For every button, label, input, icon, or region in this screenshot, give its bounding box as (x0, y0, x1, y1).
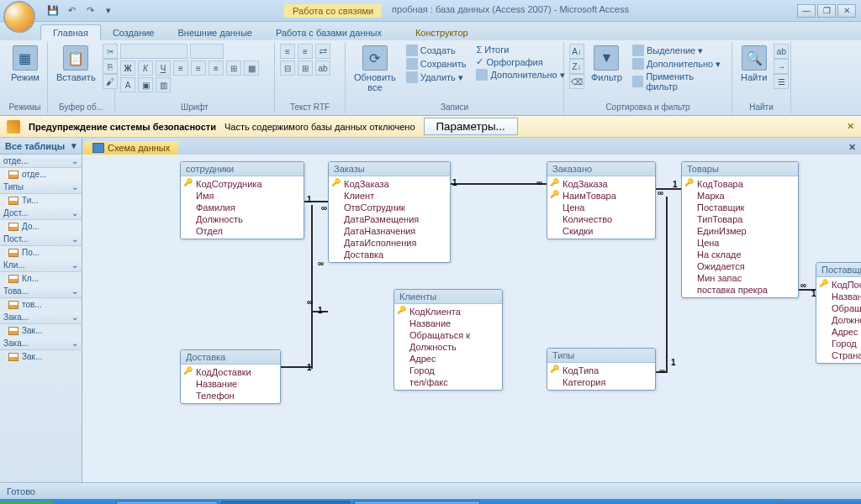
security-options-button[interactable]: Параметры... (424, 118, 518, 135)
replace-icon[interactable]: ab (774, 44, 789, 59)
table-field[interactable]: поставка прекра (682, 284, 798, 296)
rtf-btn3[interactable]: ⮂ (315, 44, 330, 59)
table-field[interactable]: Обращаться к (816, 302, 861, 314)
minimize-button[interactable]: — (797, 4, 816, 18)
table-field[interactable]: Клиент (329, 190, 450, 202)
gridlines-icon[interactable]: ⊞ (226, 60, 241, 76)
table-field[interactable]: Город (394, 365, 502, 376)
rtf-btn4[interactable]: ⊟ (280, 60, 295, 76)
table-field[interactable]: На складе (682, 249, 798, 260)
find-button[interactable]: 🔍Найти (737, 44, 770, 84)
qat-dropdown-icon[interactable]: ▾ (101, 3, 116, 18)
sort-desc-icon[interactable]: Z↓ (569, 59, 584, 74)
rtf-btn1[interactable]: ≡ (280, 44, 295, 59)
table-field[interactable]: КодТипа (547, 365, 655, 376)
font-combo[interactable] (120, 44, 188, 59)
nav-group[interactable]: Кли...⌄ (0, 259, 82, 272)
save-icon[interactable]: 💾 (45, 3, 61, 18)
task-item-pictures[interactable]: картинки - Microsoft... (354, 501, 480, 504)
table-zakazano[interactable]: ЗаказаноКодЗаказаНаимТовараЦенаКоличеств… (547, 161, 656, 239)
nav-group[interactable]: Дост...⌄ (0, 207, 82, 220)
table-field[interactable]: КодЗаказа (329, 178, 450, 190)
maximize-button[interactable]: ❐ (817, 4, 836, 18)
table-field[interactable]: Название (394, 318, 502, 329)
table-field[interactable]: Город (816, 338, 861, 349)
nav-item[interactable]: тов... (0, 298, 82, 311)
nav-group[interactable]: Това...⌄ (0, 285, 82, 298)
table-field[interactable]: ЕдинИзмер (682, 225, 798, 237)
close-button[interactable]: ✕ (837, 4, 856, 18)
table-field[interactable]: Цена (547, 202, 655, 213)
nav-item[interactable]: Зак... (0, 324, 82, 337)
office-button[interactable] (3, 1, 35, 33)
refresh-button[interactable]: ⟳Обновить все (351, 44, 399, 94)
tab-dbtools[interactable]: Работа с базами данных (264, 25, 394, 40)
table-zakazy[interactable]: ЗаказыКодЗаказаКлиентОтвСотрудникДатаРаз… (328, 161, 451, 263)
filter-button[interactable]: ▼Фильтр (588, 44, 626, 84)
table-field[interactable]: Мин запас (682, 272, 798, 284)
align-right-icon[interactable]: ≡ (209, 60, 224, 76)
table-field[interactable]: ДатаИсполнения (329, 237, 450, 249)
spell-button[interactable]: ✓Орфография (473, 55, 568, 68)
tab-design[interactable]: Конструктор (404, 25, 480, 40)
nav-group[interactable]: отде...⌄ (0, 155, 82, 168)
table-field[interactable]: Должность (816, 314, 861, 326)
nav-group[interactable]: Зака...⌄ (0, 311, 82, 324)
new-button[interactable]: Создать (403, 44, 470, 57)
table-field[interactable]: Отдел (181, 225, 304, 237)
underline-icon[interactable]: Ч (156, 60, 171, 76)
rtf-btn5[interactable]: ⊞ (298, 60, 313, 76)
nav-item[interactable]: Ти... (0, 194, 82, 207)
advanced-button[interactable]: Дополнительно ▾ (629, 57, 726, 71)
chevron-down-icon[interactable]: ▾ (71, 140, 77, 151)
nav-item[interactable]: отде... (0, 168, 82, 181)
table-field[interactable]: Адрес (816, 326, 861, 338)
table-field[interactable]: КодСотрудника (181, 178, 304, 190)
clear-sort-icon[interactable]: ⌫ (569, 74, 584, 89)
table-field[interactable]: КодПоставщика (816, 279, 861, 291)
table-field[interactable]: Должность (394, 341, 502, 353)
sort-asc-icon[interactable]: A↓ (569, 44, 584, 59)
table-field[interactable]: Категория (547, 376, 655, 388)
fill-color-icon[interactable]: ▣ (138, 77, 153, 92)
nav-item[interactable]: По... (0, 246, 82, 259)
table-field[interactable]: тел/факс (394, 376, 502, 388)
paste-button[interactable]: 📋Вставить (53, 44, 99, 84)
nav-item[interactable]: До... (0, 220, 82, 233)
nav-group[interactable]: Зака...⌄ (0, 337, 82, 350)
table-sotrudniki[interactable]: сотрудникиКодСотрудникаИмяФамилияДолжнос… (180, 161, 304, 239)
table-field[interactable]: Название (181, 378, 280, 390)
font-color-icon[interactable]: A (120, 77, 135, 92)
size-combo[interactable] (190, 44, 224, 59)
table-field[interactable]: Адрес (394, 353, 502, 365)
table-tovary[interactable]: ТоварыКодТовараМаркаПоставщикТипТовараЕд… (681, 161, 799, 298)
nav-item[interactable]: Зак... (0, 350, 82, 363)
bold-icon[interactable]: Ж (120, 60, 135, 76)
align-left-icon[interactable]: ≡ (173, 60, 188, 76)
table-field[interactable]: Телефон (181, 390, 280, 402)
table-field[interactable]: НаимТовара (547, 190, 655, 202)
italic-icon[interactable]: К (138, 60, 153, 76)
tab-external[interactable]: Внешние данные (166, 25, 264, 40)
table-field[interactable]: КодТовара (682, 178, 798, 190)
redo-icon[interactable]: ↷ (82, 3, 98, 18)
delete-button[interactable]: Удалить ▾ (403, 71, 470, 84)
save-rec-button[interactable]: Сохранить (403, 57, 470, 71)
table-field[interactable]: Фамилия (181, 202, 304, 213)
table-field[interactable]: Доставка (329, 249, 450, 260)
toggle-filter-button[interactable]: Применить фильтр (629, 71, 726, 92)
table-field[interactable]: ТипТовара (682, 213, 798, 225)
table-field[interactable]: Ожидается (682, 260, 798, 272)
table-field[interactable]: КодКлиента (394, 306, 502, 318)
select-icon[interactable]: ☰ (774, 74, 789, 89)
doc-tab-close-icon[interactable]: ✕ (843, 140, 861, 155)
table-field[interactable]: Поставщик (682, 202, 798, 213)
view-button[interactable]: ▦Режим (8, 44, 43, 84)
nav-item[interactable]: Кл... (0, 272, 82, 285)
relationships-canvas[interactable]: 1∞ 1∞ ∞1 1∞ ∞1 ∞1 ∞1 сотрудникиКодСотруд… (82, 155, 861, 482)
doc-tab-schema[interactable]: Схема данных (84, 141, 178, 155)
tab-home[interactable]: Главная (40, 24, 101, 40)
nav-group[interactable]: Типы⌄ (0, 181, 82, 194)
navigation-pane[interactable]: Все таблицы▾ отде...⌄отде...Типы⌄Ти...До… (0, 138, 82, 482)
table-field[interactable]: Имя (181, 190, 304, 202)
